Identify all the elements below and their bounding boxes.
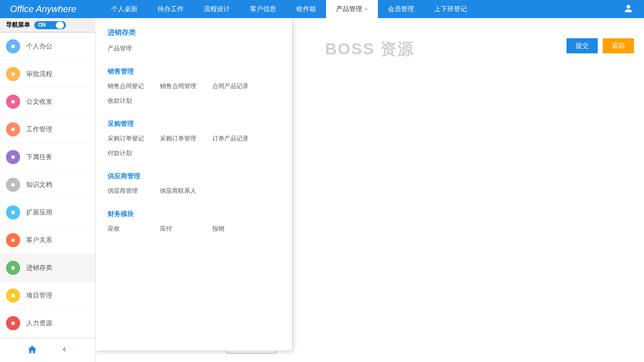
svg-point-6 [12, 183, 15, 187]
svg-point-5 [12, 156, 15, 159]
sidebar-item-label: 审批流程 [26, 69, 52, 79]
sidebar: 导航菜单 ON 个人办公审批流程公文收发工作管理下属任务知识文档扩展应用客户关系… [0, 18, 96, 362]
watermark: BOSS 资源 [325, 38, 415, 60]
mega-link[interactable]: 产品管理 [108, 44, 144, 53]
mega-link[interactable]: 应付 [160, 225, 196, 233]
sidebar-icon [6, 261, 20, 275]
sidebar-item-label: 进销存类 [26, 263, 52, 272]
mega-link[interactable]: 供应商管理 [108, 187, 144, 195]
mega-section: 销售管理销售合同登记销售合同管理合同产品记录收款计划 [108, 67, 292, 110]
mega-section: 采购管理采购订单登记采购订单管理订单产品记录付款计划 [108, 119, 292, 163]
tab-close-icon[interactable]: × [364, 6, 367, 12]
tab-7[interactable]: 上下班登记 [424, 0, 477, 18]
sidebar-item-label: 扩展应用 [26, 208, 52, 217]
mega-section: 产品管理 [108, 43, 292, 58]
sidebar-icon [6, 150, 20, 164]
sidebar-item-5[interactable]: 知识文档 [0, 171, 95, 199]
top-tabs: 个人桌面待办工作流程设计客户信息收件箱产品管理×会员管理上下班登记 [101, 0, 476, 18]
sidebar-item-label: 工作管理 [26, 125, 52, 134]
mega-link[interactable]: 采购订单管理 [160, 134, 196, 143]
toggle-knob [56, 22, 64, 29]
sidebar-icon [6, 122, 20, 136]
sidebar-item-2[interactable]: 公文收发 [0, 88, 95, 116]
sidebar-icon [6, 205, 20, 220]
tab-2[interactable]: 流程设计 [194, 0, 240, 18]
tab-1[interactable]: 待办工作 [147, 0, 194, 18]
mega-link[interactable]: 供应商联系人 [160, 187, 196, 195]
sidebar-items: 个人办公审批流程公文收发工作管理下属任务知识文档扩展应用客户关系进销存类项目管理… [0, 32, 95, 338]
submit-button[interactable]: 提交 [567, 38, 598, 53]
mega-section: 财务模块应收应付报销 [108, 209, 292, 238]
mega-link[interactable]: 收款计划 [108, 97, 144, 105]
mega-menu: 进销存类 产品管理销售管理销售合同登记销售合同管理合同产品记录收款计划采购管理采… [96, 18, 292, 350]
nav-header: 导航菜单 ON [0, 18, 96, 32]
sidebar-icon [6, 288, 20, 303]
svg-point-11 [12, 322, 15, 325]
sidebar-item-label: 客户关系 [26, 236, 52, 245]
mega-link[interactable]: 销售合同登记 [108, 82, 144, 91]
mega-link[interactable]: 销售合同管理 [160, 82, 196, 91]
mega-section-title: 财务模块 [108, 209, 292, 219]
sidebar-icon [6, 316, 20, 330]
sidebar-item-label: 公文收发 [26, 97, 52, 106]
tab-5[interactable]: 产品管理× [326, 0, 377, 18]
sidebar-item-label: 知识文档 [26, 180, 52, 189]
tab-0[interactable]: 个人桌面 [101, 0, 147, 18]
home-icon[interactable] [27, 344, 37, 356]
user-icon[interactable] [623, 3, 634, 16]
sidebar-item-label: 下属任务 [26, 153, 52, 162]
collapse-icon[interactable] [61, 346, 68, 355]
nav-header-label: 导航菜单 [6, 21, 30, 29]
sidebar-icon [6, 39, 20, 53]
sidebar-item-label: 项目管理 [26, 291, 52, 300]
sidebar-icon [6, 67, 20, 81]
mega-title: 进销存类 [108, 28, 292, 37]
top-bar: Office Anywhere 个人桌面待办工作流程设计客户信息收件箱产品管理×… [0, 0, 644, 18]
svg-point-2 [12, 73, 15, 76]
sidebar-icon [6, 178, 20, 192]
tab-3[interactable]: 客户信息 [240, 0, 286, 18]
sidebar-item-6[interactable]: 扩展应用 [0, 199, 95, 227]
mega-link[interactable]: 订单产品记录 [212, 134, 249, 143]
svg-point-10 [12, 294, 15, 298]
mega-link[interactable]: 报销 [212, 225, 249, 233]
sidebar-item-7[interactable]: 客户关系 [0, 227, 95, 254]
sidebar-item-0[interactable]: 个人办公 [0, 33, 95, 60]
mega-link[interactable]: 采购订单登记 [108, 134, 144, 143]
content: BOSS 资源 提交 返回 进销存类 产品管理销售管理销售合同登记销售合同管理合… [96, 18, 644, 362]
svg-point-9 [12, 266, 15, 270]
back-button[interactable]: 返回 [603, 38, 634, 53]
sidebar-icon [6, 233, 20, 247]
svg-point-7 [12, 211, 15, 214]
sidebar-footer [0, 338, 95, 362]
sidebar-item-4[interactable]: 下属任务 [0, 143, 95, 171]
mega-section-title: 供应商管理 [108, 172, 292, 181]
mega-section-title: 采购管理 [108, 119, 292, 128]
tab-6[interactable]: 会员管理 [378, 0, 424, 18]
logo: Office Anywhere [0, 4, 86, 15]
tab-4[interactable]: 收件箱 [286, 0, 326, 18]
sidebar-item-label: 人力资源 [26, 319, 52, 328]
mega-section-title: 销售管理 [108, 67, 292, 76]
sidebar-item-8[interactable]: 进销存类 [0, 254, 95, 282]
mega-link[interactable]: 应收 [108, 225, 144, 233]
nav-toggle[interactable]: ON [34, 21, 66, 29]
action-buttons: 提交 返回 [567, 38, 634, 53]
svg-point-0 [626, 5, 630, 9]
sidebar-item-label: 个人办公 [26, 42, 52, 51]
svg-point-3 [12, 100, 15, 104]
sidebar-item-10[interactable]: 人力资源 [0, 310, 95, 337]
mega-section: 供应商管理供应商管理供应商联系人 [108, 172, 292, 200]
main-area: 导航菜单 ON 个人办公审批流程公文收发工作管理下属任务知识文档扩展应用客户关系… [0, 18, 644, 362]
sidebar-item-3[interactable]: 工作管理 [0, 116, 95, 143]
svg-point-8 [12, 239, 15, 242]
sidebar-item-9[interactable]: 项目管理 [0, 282, 95, 310]
mega-link[interactable]: 付款计划 [108, 149, 144, 158]
sidebar-item-1[interactable]: 审批流程 [0, 60, 95, 88]
svg-point-1 [12, 45, 15, 48]
svg-point-4 [12, 128, 15, 131]
mega-link[interactable]: 合同产品记录 [212, 82, 249, 91]
sidebar-icon [6, 95, 20, 109]
